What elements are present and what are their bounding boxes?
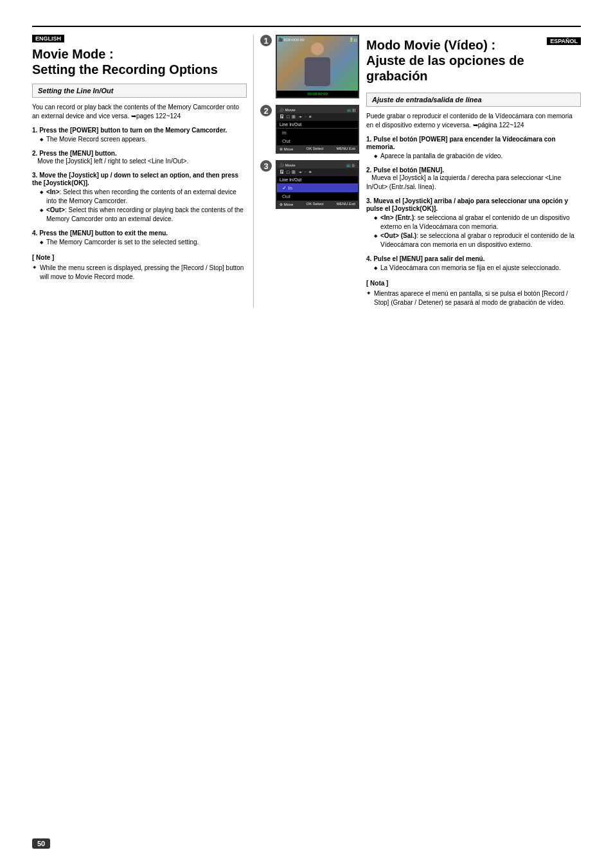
screen-num-1: 1 <box>260 35 272 46</box>
screen-3-row: 3 🎥 Movie 📺 ||- 🖫 □ ⊞ ·▪· · ≡ Line In/ <box>260 160 359 209</box>
screen2-item-in: In <box>277 129 358 137</box>
espanol-subsection-title: Ajuste de entrada/salida de línea <box>372 96 482 104</box>
espanol-intro: Puede grabar o reproducir el contenido d… <box>366 112 581 130</box>
espanol-subsection-box: Ajuste de entrada/salida de línea <box>366 93 581 107</box>
svg-point-0 <box>311 42 324 55</box>
screen3-section: Line In/Out <box>277 176 358 184</box>
english-subsection-title: Setting the Line In/Out <box>38 87 113 95</box>
screen-photo: 🎥 618×000:00 🔋||| <box>277 36 358 91</box>
english-subsection-box: Setting the Line In/Out <box>32 84 247 98</box>
screen3-top: 🎥 Movie 📺 ||- <box>277 161 358 168</box>
english-note: [ Note ] While the menu screen is displa… <box>32 253 247 282</box>
screen-1-row: 1 🎥 618×000:00 🔋||| 00:00:00:00 <box>260 35 359 98</box>
camcorder-screen-1: 🎥 618×000:00 🔋||| 00:00:00:00 <box>276 35 359 98</box>
english-steps: 1. Press the [POWER] button to turn on t… <box>32 126 247 247</box>
screen3-item-in-selected: In <box>277 184 358 192</box>
person-svg <box>298 39 337 91</box>
espanol-badge: ESPAÑOL <box>547 37 581 45</box>
camcorder-screen-3: 🎥 Movie 📺 ||- 🖫 □ ⊞ ·▪· · ≡ Line In/Out … <box>276 160 359 209</box>
screen3-item-out: Out <box>277 192 358 201</box>
page: ENGLISH Movie Mode : Setting the Recordi… <box>0 0 613 868</box>
screen2-icons: 🖫 □ ⊞ ·▪· · ≡ <box>277 113 358 121</box>
english-step-2: 2. Press the [MENU] button. Move the [Jo… <box>32 149 247 166</box>
screen2-footer: ⊕ Move OK Select MENU Exit <box>277 145 358 152</box>
english-title: Movie Mode : Setting the Recording Optio… <box>32 46 247 77</box>
screen2-item-out: Out <box>277 137 358 145</box>
hud-bottom: 00:00:00:00 <box>277 91 358 97</box>
english-step-4: 4. Press the [MENU] button to exit the m… <box>32 229 247 247</box>
espanol-step-2: 2. Pulse el botón [MENU]. Mueva el [Joys… <box>366 166 581 192</box>
espanol-steps: 1. Pulse el botón [POWER] para encender … <box>366 135 581 273</box>
english-badge: ENGLISH <box>32 35 64 42</box>
screen2-section: Line In/Out <box>277 121 358 129</box>
english-header: ENGLISH <box>32 35 247 42</box>
english-step-1: 1. Press the [POWER] button to turn on t… <box>32 126 247 144</box>
espanol-step-1: 1. Pulse el botón [POWER] para encender … <box>366 135 581 161</box>
screen3-icons: 🖫 □ ⊞ ·▪· · ≡ <box>277 168 358 176</box>
screens-column: 1 🎥 618×000:00 🔋||| 00:00:00:00 <box>254 35 357 307</box>
screen3-footer: ⊕ Move OK Select MENU Exit <box>277 201 358 208</box>
espanol-section: Modo Movie (Vídeo) : Ajuste de las opcio… <box>357 35 581 307</box>
espanol-step-4: 4. Pulse el [MENU] para salir del menú. … <box>366 255 581 273</box>
top-rule <box>32 26 581 27</box>
screen2-top: 🎥 Movie 📺 ||| <box>277 106 358 113</box>
espanol-title: Modo Movie (Vídeo) : Ajuste de las opcio… <box>366 37 547 84</box>
english-intro: You can record or play back the contents… <box>32 103 247 121</box>
screen-num-3: 3 <box>260 160 272 172</box>
screen-2-row: 2 🎥 Movie 📺 ||| 🖫 □ ⊞ ·▪· · ≡ Line In/ <box>260 105 359 154</box>
svg-rect-1 <box>305 57 330 86</box>
page-number: 50 <box>32 838 50 849</box>
espanol-note: [ Nota ] Mientras aparece el menú en pan… <box>366 279 581 307</box>
english-step-3: 3. Move the [Joystick] up / down to sele… <box>32 171 247 224</box>
english-section: ENGLISH Movie Mode : Setting the Recordi… <box>32 35 254 307</box>
camcorder-screen-2: 🎥 Movie 📺 ||| 🖫 □ ⊞ ·▪· · ≡ Line In/Out … <box>276 105 359 154</box>
espanol-step-3: 3. Mueva el [Joystick] arriba / abajo pa… <box>366 197 581 249</box>
screen-num-2: 2 <box>260 105 272 116</box>
